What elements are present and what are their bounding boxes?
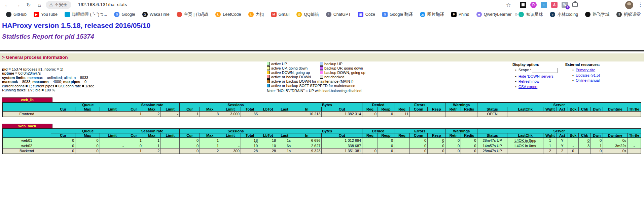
browser-toolbar: ← → ↻ ⌂ ⚠ 不安全 192.168.6.131/ha_stats ☆ R… (0, 0, 644, 10)
ext-purple-circle-icon[interactable]: R (530, 2, 537, 8)
column-header: Req (362, 133, 378, 138)
column-header: LbTot (259, 107, 277, 112)
corner-header (2, 129, 51, 138)
bookmark-item[interactable]: ◆QwertyLearner (476, 12, 512, 17)
column-header: Last (277, 107, 292, 112)
bookmark-item[interactable]: ◌知识星球 (518, 12, 543, 17)
column-header: Status (477, 133, 507, 138)
bookmark-item[interactable]: ☁图片翻译 (420, 12, 444, 17)
bookmark-label: 图片翻译 (427, 12, 444, 17)
stat-cell: 0 (51, 143, 75, 149)
stat-cell (362, 143, 378, 149)
display-option-link[interactable]: Refresh now (518, 79, 539, 83)
column-header: Total (241, 133, 259, 138)
stat-cell (51, 112, 125, 117)
column-header: Conn (409, 133, 427, 138)
scope-input[interactable] (532, 68, 558, 73)
stat-cell: 2 (557, 149, 568, 154)
ext-blue-square-icon[interactable]: ▪ (541, 2, 547, 8)
bookmark-item[interactable]: *ChatGPT (326, 12, 351, 17)
bookmark-item[interactable]: 哔哩哔哩 ( ˚- ˚)つ... (65, 12, 107, 17)
column-header: Bck (568, 133, 578, 138)
bookmark-item[interactable]: @QQ邮箱 (296, 12, 319, 17)
column-header: Total (241, 107, 259, 112)
stat-cell: 10 (259, 143, 277, 149)
bookmark-label: Google 翻译 (390, 12, 413, 17)
luffy-icon (585, 12, 591, 17)
bookmark-item[interactable]: GGoogle 翻译 (382, 12, 413, 17)
ext-black-square-icon[interactable] (520, 2, 526, 8)
stat-cell: 0 (378, 143, 394, 149)
bookmark-item[interactable]: c小林coding (550, 12, 578, 17)
reload-icon[interactable]: ↻ (24, 1, 33, 9)
bookmark-item[interactable]: GitHub (6, 12, 27, 17)
column-header: Limit (220, 133, 241, 138)
bookmarks-overflow-chevron[interactable]: » (515, 11, 517, 17)
bookmark-label: LeetCode (223, 12, 241, 17)
column-header: LbTot (259, 133, 277, 138)
bookmark-item[interactable]: L力扣 (248, 12, 264, 17)
stat-cell: 3 (200, 112, 220, 117)
bookmark-item[interactable]: ▶YouTube (34, 12, 58, 17)
bookmark-item[interactable]: 主页 | 代码战 (177, 12, 209, 17)
legend-row: active or backup DOWN for maintenance (M… (267, 79, 365, 83)
stat-cell: 3 000 (220, 112, 241, 117)
ext-w-badge-icon[interactable]: W6 (562, 2, 568, 8)
legend-swatch (267, 66, 270, 70)
github-icon (6, 12, 11, 17)
column-header: Cur (51, 107, 75, 112)
stat-cell: - (100, 143, 125, 149)
menu-kebab-icon[interactable]: ⋮ (638, 1, 643, 8)
bookmark-item[interactable]: ▣Coze (358, 12, 375, 17)
profile-avatar[interactable] (625, 1, 633, 9)
bookmark-label: Phind (459, 12, 469, 17)
bookmark-item[interactable]: LLeetCode (215, 12, 241, 17)
bookmark-item[interactable]: PPhind (451, 12, 469, 17)
display-option-link[interactable]: CSV export (518, 85, 537, 89)
legend-label: active UP (271, 62, 287, 66)
process-info-line: pid = 15374 (process #1, nbproc = 1) (2, 67, 94, 71)
bookmark-item[interactable]: ◷WakaTime (142, 12, 170, 17)
stat-cell (161, 149, 180, 154)
stat-cell: 2 (543, 149, 557, 154)
column-header: Redis (461, 133, 477, 138)
back-icon[interactable]: ← (3, 1, 11, 9)
external-resource-link[interactable]: Updates (v1.5) (576, 73, 600, 77)
address-bar[interactable]: 192.168.6.131/ha_stats (78, 2, 127, 7)
external-resource-link[interactable]: Primary site (576, 68, 595, 72)
legend-row: active UP, going downbackup UP, going do… (267, 66, 365, 70)
legend-swatch (267, 84, 270, 87)
group-header: Server (477, 102, 641, 107)
process-info-line: uptime = 0d 0h28m47s (2, 71, 94, 75)
stat-cell: 2 (143, 112, 160, 117)
stat-cell: 0 (362, 112, 378, 117)
bookmark-label: 哔哩哔哩 ( ˚- ˚)つ... (72, 12, 107, 17)
forward-icon[interactable]: → (13, 1, 22, 9)
bookmark-star-icon[interactable]: ☆ (506, 2, 511, 8)
extensions-puzzle-icon[interactable] (572, 2, 578, 7)
display-option-link[interactable]: Hide 'DOWN' servers (518, 74, 553, 78)
bookmark-item[interactable]: S蚂蚁课堂 (616, 12, 641, 17)
leetcode-cn-icon: L (248, 12, 254, 17)
table-row: Frontend12-133 0003510 2131 382 3140011O… (2, 112, 641, 117)
stat-cell: 0 (75, 138, 100, 143)
external-resource-link[interactable]: Online manual (576, 78, 600, 82)
proxy-name-banner[interactable]: web_back (2, 124, 52, 128)
bookmark-item[interactable]: MGmail (271, 12, 290, 17)
bookmark-item[interactable]: 路飞学城 (585, 12, 609, 17)
page-subtitle: Statistics Report for pid 15374 (2, 33, 94, 40)
stat-cell: 1 382 314 (322, 112, 362, 117)
column-header: Limit (161, 107, 180, 112)
proxy-name-banner[interactable]: web_lb (2, 97, 52, 102)
home-icon[interactable]: ⌂ (35, 1, 44, 9)
column-header: Limit (220, 107, 241, 112)
page-title[interactable]: HAProxy version 1.5.18, released 2016/05… (2, 22, 150, 30)
bookmark-label: 蚂蚁课堂 (624, 12, 641, 17)
stat-cell: 1 (180, 112, 200, 117)
security-chip[interactable]: ⚠ 不安全 (46, 1, 71, 9)
bookmark-item[interactable]: GGoogle (114, 12, 135, 17)
external-resource-item: •Updates (v1.5) (565, 73, 622, 77)
xiaolin-icon: c (550, 12, 555, 17)
ext-translate-pink-icon[interactable]: A (551, 2, 558, 8)
stat-cell: 1 (200, 138, 220, 143)
